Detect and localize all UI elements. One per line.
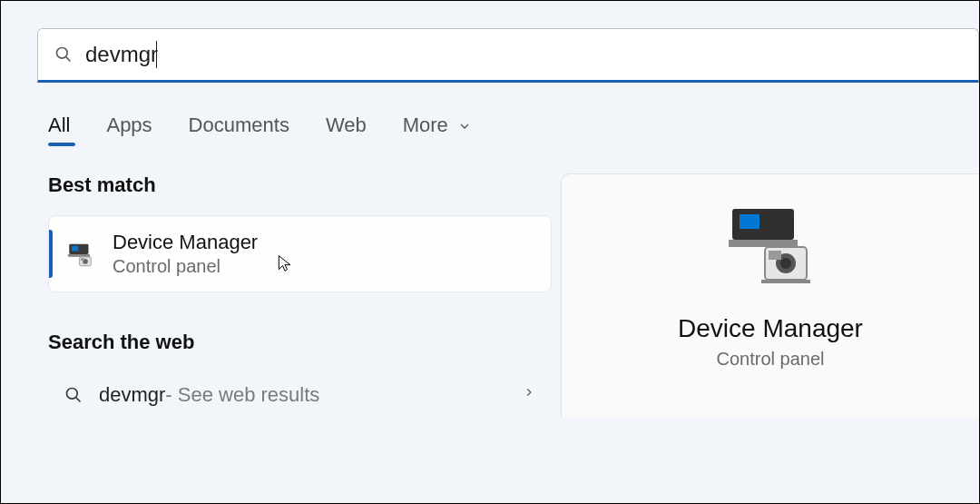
svg-rect-3 [72, 245, 78, 251]
svg-rect-12 [729, 240, 798, 247]
text-caret [156, 41, 157, 68]
search-icon [64, 386, 83, 404]
web-result-hint: - See web results [165, 383, 319, 407]
svg-line-9 [76, 398, 81, 402]
svg-point-15 [780, 258, 791, 269]
tab-apps[interactable]: Apps [106, 114, 152, 137]
tab-all[interactable]: All [48, 114, 70, 137]
chevron-down-icon [454, 114, 472, 136]
svg-line-1 [66, 57, 71, 62]
best-match-result[interactable]: Device Manager Control panel [48, 215, 552, 292]
tab-web[interactable]: Web [326, 114, 367, 137]
preview-subtitle: Control panel [717, 349, 825, 370]
svg-rect-7 [81, 258, 84, 261]
result-title: Device Manager [113, 231, 258, 254]
svg-rect-16 [769, 251, 781, 260]
device-manager-icon [716, 202, 825, 292]
svg-point-0 [57, 48, 68, 59]
svg-point-8 [67, 389, 78, 400]
svg-rect-11 [740, 214, 760, 229]
search-icon [54, 45, 73, 64]
tab-more[interactable]: More [403, 114, 472, 137]
svg-rect-17 [761, 280, 810, 283]
svg-rect-4 [68, 254, 90, 257]
chevron-right-icon [523, 383, 535, 407]
preview-title: Device Manager [678, 314, 863, 343]
preview-panel: Device Manager Control panel [561, 173, 979, 418]
search-web-header: Search the web [48, 331, 552, 354]
device-manager-icon [65, 239, 96, 270]
web-result-query: devmgr [99, 383, 165, 407]
tab-documents[interactable]: Documents [189, 114, 289, 137]
result-subtitle: Control panel [113, 256, 258, 277]
mouse-cursor-icon [276, 252, 294, 274]
search-input-text[interactable]: devmgr [85, 42, 158, 67]
web-result-row[interactable]: devmgr - See web results [48, 372, 552, 418]
filter-tabs: All Apps Documents Web More [48, 114, 979, 137]
search-box[interactable]: devmgr [37, 28, 979, 83]
best-match-header: Best match [48, 173, 552, 197]
